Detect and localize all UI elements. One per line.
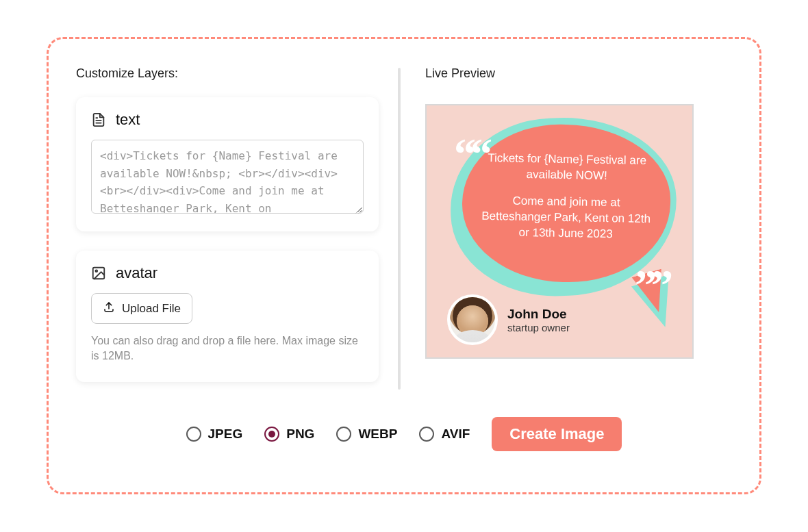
right-column: Live Preview Tickets for {Name} Festival… [401, 66, 732, 409]
radio-icon [336, 427, 351, 442]
format-jpeg-label: JPEG [208, 427, 243, 442]
radio-icon [186, 427, 201, 442]
radio-icon [419, 427, 434, 442]
preview-canvas: Tickets for {Name} Festival are availabl… [425, 104, 694, 359]
document-icon [91, 112, 106, 127]
app-frame: Customize Layers: text [47, 37, 761, 494]
text-card-title: text [116, 111, 140, 129]
person-role: startup owner [507, 322, 570, 333]
columns: Customize Layers: text [76, 66, 732, 409]
upload-file-label: Upload File [122, 302, 181, 316]
upload-hint: You can also drag and drop a file here. … [91, 333, 364, 364]
text-card-header: text [91, 111, 364, 129]
avatar-layer-card: avatar Upload File You can also drag and… [76, 251, 379, 382]
format-avif[interactable]: AVIF [419, 427, 470, 442]
format-webp-label: WEBP [358, 427, 397, 442]
person-name: John Doe [507, 307, 570, 322]
text-input[interactable] [91, 140, 364, 214]
avatar-card-title: avatar [116, 264, 157, 282]
preview-text-2: Come and join me at Betteshanger Park, K… [478, 193, 654, 243]
radio-icon [264, 427, 279, 442]
avatar-card-header: avatar [91, 264, 364, 282]
upload-icon [103, 301, 115, 316]
create-image-button[interactable]: Create Image [492, 417, 622, 451]
avatar [447, 294, 498, 345]
format-jpeg[interactable]: JPEG [186, 427, 243, 442]
image-icon [91, 266, 106, 281]
format-png[interactable]: PNG [264, 427, 314, 442]
person-row: John Doe startup owner [447, 294, 570, 345]
upload-file-button[interactable]: Upload File [91, 293, 192, 324]
customize-heading: Customize Layers: [76, 66, 379, 81]
open-quote-icon: ““ [454, 145, 487, 163]
format-avif-label: AVIF [441, 427, 470, 442]
format-png-label: PNG [286, 427, 314, 442]
left-column: Customize Layers: text [76, 66, 398, 409]
preview-heading: Live Preview [425, 66, 732, 81]
preview-text-1: Tickets for {Name} Festival are availabl… [479, 151, 655, 185]
svg-point-6 [95, 270, 97, 272]
format-toolbar: JPEG PNG WEBP AVIF Create Image [76, 417, 732, 451]
format-webp[interactable]: WEBP [336, 427, 397, 442]
close-quote-icon: ”” [635, 277, 668, 294]
text-layer-card: text [76, 97, 379, 231]
